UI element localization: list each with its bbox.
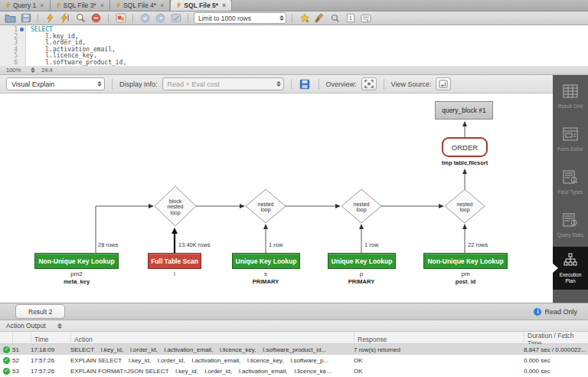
close-tab-icon[interactable]: × [100,2,104,9]
find-icon[interactable] [328,12,341,24]
order-node[interactable]: ORDER [442,137,488,157]
breakpoint-marker-icon[interactable] [20,28,24,31]
query-block-node[interactable]: query_block #1 [435,101,493,120]
row-action: EXPLAIN FORMAT=JSON SELECT l.key_id, l.o… [70,368,354,375]
success-check-icon: ✓ [3,368,10,375]
query-block-label: query_block #1 [442,107,486,114]
editor-code-area[interactable]: SELECT l.key_id, l.order_id, l.activatio… [26,25,126,66]
display-info-value: Read + Eval cost [168,80,220,88]
invisible-chars-icon[interactable]: 1 [344,12,357,24]
table-access-node[interactable]: Non-Unique Key Lookup [423,253,508,269]
order-note: tmp table,filesort [426,159,503,166]
sidebar-item-query-stats[interactable]: Query Stats [553,204,588,247]
row-time: 17:57:26 [31,368,70,375]
row-action: EXPLAIN SELECT l.key_id, l.order_id, l.a… [70,357,354,364]
editor-tab-bar: Query 1×SQL File 3*×SQL File 4*×SQL File… [0,0,588,11]
toggle-stop-on-error-icon[interactable] [114,12,127,24]
index-name-label: meta_key [42,278,111,285]
sidebar-item-field-types[interactable]: Field Types [553,161,588,204]
commit-icon[interactable] [139,12,152,24]
nested-loop-node[interactable]: block nested loop [154,193,197,221]
execute-icon[interactable] [44,12,57,24]
editor-zoom-level[interactable]: 100% [6,67,21,74]
info-icon[interactable]: i [534,308,541,316]
sidebar-item-execution-plan[interactable]: Execution Plan [553,247,588,290]
close-tab-icon[interactable]: × [222,2,226,9]
rollback-icon[interactable] [154,12,167,24]
result-grid-icon [563,84,578,101]
editor-tab-label: SQL File 5* [184,2,218,9]
display-info-select[interactable]: Read + Eval cost [162,77,284,90]
table-access-node[interactable]: Non-Unique Key Lookup [34,253,119,269]
zoom-stepper-icon[interactable] [31,67,35,73]
limit-rows-select[interactable]: Limit to 1000 rows [194,12,286,24]
row-duration: 0.000 sec [524,357,588,364]
action-output-row[interactable]: ✓5217:57:26EXPLAIN SELECT l.key_id, l.or… [0,355,588,366]
view-source-button[interactable] [436,77,451,90]
close-tab-icon[interactable]: × [40,2,44,9]
view-source-label: View Source: [391,80,432,88]
result-tab[interactable]: Result 2 [15,304,65,319]
row-action: SELECT l.key_id, l.order_id, l.activatio… [70,346,354,353]
row-id: 51 [12,346,31,353]
editor-tab[interactable]: SQL File 4*× [110,0,170,11]
code-line: l.key_id, [31,33,126,40]
svg-text:1: 1 [348,15,352,21]
sidebar-item-label: Result Grid [555,103,586,110]
table-access-node[interactable]: Full Table Scan [148,253,201,269]
explain-diagram-canvas[interactable]: query_block #1 ORDER tmp table,filesort … [0,93,553,303]
sql-editor[interactable]: 123456 SELECT l.key_id, l.order_id, l.ac… [0,25,588,66]
table-alias-label: pm [435,270,496,277]
nested-loop-node[interactable]: nested loop [341,198,381,216]
execute-current-icon[interactable] [59,12,72,24]
code-line: l.software_product_id, [31,59,126,66]
nested-loop-node[interactable]: nested loop [445,198,485,216]
close-tab-icon[interactable]: × [160,2,164,9]
main-toolbar: Limit to 1000 rows 1 [0,11,588,25]
table-access-node[interactable]: Unique Key Lookup [232,253,300,269]
save-icon[interactable] [19,12,32,24]
action-output-selector-icon[interactable] [57,323,62,329]
stop-icon[interactable] [90,12,103,24]
result-panel-sidebar: Result GridForm EditorField TypesQuery S… [553,75,588,303]
sidebar-item-form-editor[interactable]: Form Editor [553,118,588,161]
wrap-text-icon[interactable] [359,12,372,24]
execution-plan-icon [563,253,578,270]
clean-icon[interactable] [313,12,326,24]
save-explain-icon[interactable] [299,78,312,90]
explain-icon[interactable] [74,12,87,24]
explain-mode-select[interactable]: Visual Explain [6,77,105,90]
mysql-workbench-window: Query 1×SQL File 3*×SQL File 4*×SQL File… [0,0,588,377]
lightning-icon [5,2,11,10]
line-number: 3 [0,39,25,46]
action-output-header: Action Output [0,320,588,332]
index-name-label: PRIMARY [327,278,396,285]
select-stepper-icon [97,81,102,87]
sidebar-item-label: Form Editor [555,146,586,152]
action-output-row[interactable]: ✓5317:57:26EXPLAIN FORMAT=JSON SELECT l.… [0,366,588,376]
field-types-icon [563,170,578,187]
autocommit-icon[interactable] [169,12,182,24]
editor-tab[interactable]: Query 1× [0,0,51,11]
editor-status-bar: 100% 24:4 [0,66,588,75]
table-alias-label: pm2 [46,270,107,277]
read-only-label: Read Only [544,308,577,316]
select-stepper-icon [279,15,284,21]
lightning-icon [56,2,61,10]
editor-tab-label: Query 1 [13,2,36,9]
overview-label: Overview: [326,80,357,88]
editor-tab[interactable]: SQL File 3*× [51,0,110,11]
row-response: OK [354,357,524,364]
editor-tab[interactable]: SQL File 5*× [170,0,232,11]
sidebar-item-result-grid[interactable]: Result Grid [553,75,588,118]
code-line: l.licence_key, [31,52,126,59]
line-number: 4 [0,46,25,53]
action-output-row[interactable]: ✓5117:18:09SELECT l.key_id, l.order_id, … [0,344,588,355]
nested-loop-node[interactable]: nested loop [246,198,286,216]
overview-button[interactable] [361,77,377,90]
beautify-icon[interactable] [298,12,311,24]
table-access-node[interactable]: Unique Key Lookup [328,253,396,269]
row-time: 17:57:26 [31,357,70,364]
success-check-icon: ✓ [3,357,10,364]
open-file-icon[interactable] [4,12,17,24]
